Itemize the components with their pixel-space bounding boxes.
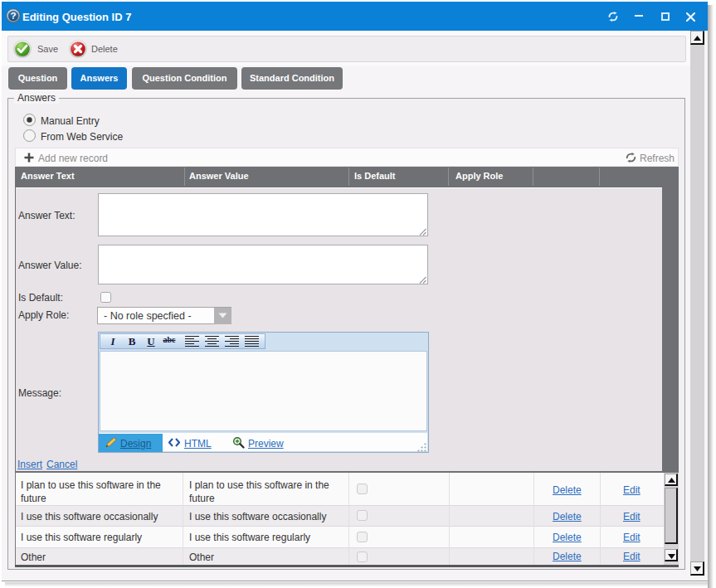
svg-text:?: ? [10,11,16,21]
